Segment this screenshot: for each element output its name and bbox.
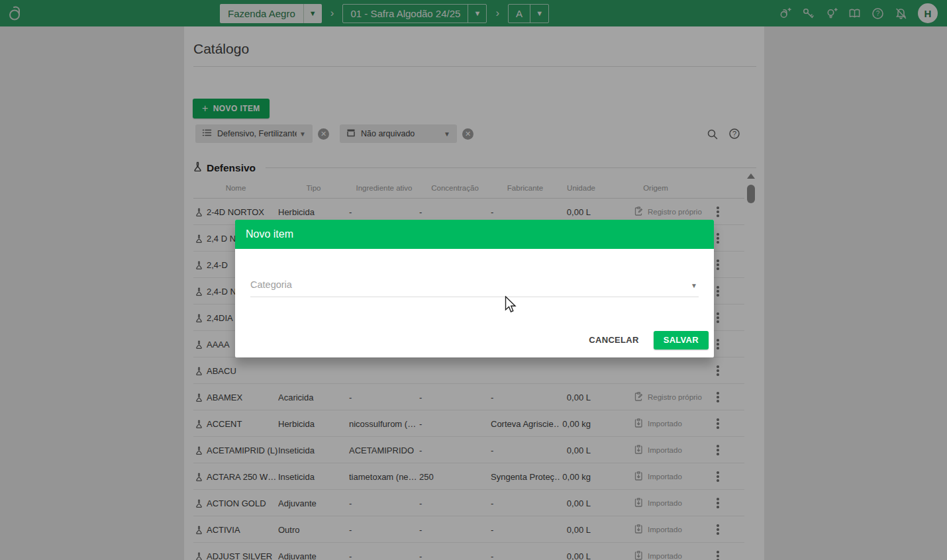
new-item-modal: Novo item Categoria ▼ CANCELAR SALVAR [235, 220, 714, 357]
save-button[interactable]: SALVAR [654, 331, 709, 350]
cancel-button[interactable]: CANCELAR [582, 330, 645, 350]
input-underline [250, 297, 699, 297]
modal-actions: CANCELAR SALVAR [582, 330, 709, 350]
modal-title: Novo item [235, 220, 714, 249]
chevron-down-icon[interactable]: ▼ [691, 282, 697, 289]
category-select[interactable]: Categoria ▼ [250, 279, 699, 297]
mouse-cursor [505, 296, 517, 316]
app-window: Fazenda Aegro ▼ › 01 - Safra Algodão 24/… [0, 0, 947, 560]
category-placeholder: Categoria [250, 279, 699, 290]
